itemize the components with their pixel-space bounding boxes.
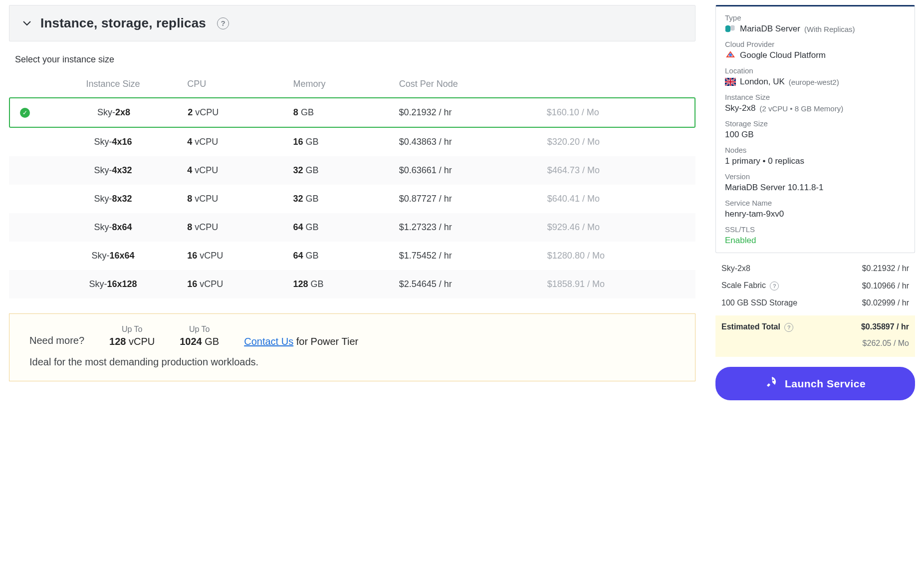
section-title: Instance, storage, replicas (40, 15, 206, 31)
summary-nodes-value: 1 primary • 0 replicas (725, 156, 804, 166)
price-line-value: $0.02999 / hr (862, 298, 909, 307)
price-line: Scale Fabric ? $0.10966 / hr (721, 277, 909, 294)
need-more-label: Need more? (29, 335, 84, 347)
row-mem-num: 8 (293, 107, 298, 117)
summary-provider-label: Cloud Provider (725, 40, 906, 48)
header-size: Instance Size (39, 79, 187, 89)
row-hourly: $2.54645 / hr (399, 279, 547, 289)
svg-point-12 (772, 379, 774, 381)
row-hourly: $1.75452 / hr (399, 251, 547, 261)
row-cpu-num: 16 (187, 279, 197, 289)
summary-location-sub: (europe-west2) (789, 78, 839, 86)
row-name-bold: 8x32 (112, 194, 132, 204)
row-cpu-num: 8 (187, 222, 192, 232)
row-cpu-unit: vCPU (195, 107, 219, 117)
price-line-value: $0.10966 / hr (862, 282, 909, 290)
row-mem-num: 32 (293, 194, 303, 204)
summary-card: Type MariaDB Server (With Replicas) Clou… (715, 5, 915, 253)
summary-location-value: London, UK (740, 77, 785, 87)
instance-row[interactable]: Sky-4x32 4 vCPU 32 GB $0.63661 / hr $464… (9, 156, 695, 185)
need-more-mem-unit: GB (205, 336, 219, 347)
total-monthly: $262.05 / Mo (721, 339, 909, 348)
row-name-bold: 2x8 (115, 107, 130, 117)
up-to-label-mem: Up To (180, 325, 219, 334)
row-cpu-num: 2 (188, 107, 193, 117)
svg-point-5 (730, 28, 734, 30)
row-mem-num: 32 (293, 165, 303, 175)
row-mem-unit: GB (310, 279, 323, 289)
row-monthly: $1280.80 / Mo (547, 251, 695, 261)
need-more-cpu-unit: vCPU (129, 336, 155, 347)
instance-row[interactable]: Sky-16x64 16 vCPU 64 GB $1.75452 / hr $1… (9, 242, 695, 270)
row-monthly: $464.73 / Mo (547, 165, 695, 176)
table-header: Instance Size CPU Memory Cost Per Node (9, 74, 695, 97)
uk-flag-icon (725, 77, 736, 86)
row-cpu-unit: vCPU (200, 251, 223, 261)
price-line-label: Sky-2x8 (721, 264, 750, 273)
summary-ssl-label: SSL/TLS (725, 225, 906, 234)
row-cpu-num: 4 (187, 137, 192, 147)
row-monthly: $1858.91 / Mo (547, 279, 695, 289)
row-cpu-unit: vCPU (195, 165, 218, 175)
launch-service-button[interactable]: Launch Service (715, 367, 915, 400)
help-icon[interactable]: ? (217, 17, 229, 29)
instance-row[interactable]: ✓ Sky-2x8 2 vCPU 8 GB $0.21932 / hr $160… (9, 97, 695, 128)
svg-point-2 (725, 29, 730, 32)
instance-row[interactable]: Sky-8x32 8 vCPU 32 GB $0.87727 / hr $640… (9, 185, 695, 213)
summary-service-label: Service Name (725, 199, 906, 207)
summary-nodes-label: Nodes (725, 146, 906, 154)
row-name-bold: 16x64 (110, 251, 135, 261)
row-name-pre: Sky- (89, 279, 107, 289)
row-monthly: $929.46 / Mo (547, 222, 695, 233)
row-cpu-num: 8 (187, 194, 192, 204)
contact-us-suffix: for Power Tier (293, 336, 358, 347)
row-cpu-num: 4 (187, 165, 192, 175)
need-more-box: Need more? Up To 128 vCPU Up To 1024 GB … (9, 313, 695, 381)
price-line-label: Scale Fabric (721, 281, 766, 289)
instance-row[interactable]: Sky-4x16 4 vCPU 16 GB $0.43863 / hr $320… (9, 128, 695, 156)
section-subtitle: Select your instance size (15, 54, 695, 65)
up-to-label-cpu: Up To (109, 325, 155, 334)
summary-instance-sub: (2 vCPU • 8 GB Memory) (759, 104, 843, 113)
instance-row[interactable]: Sky-16x128 16 vCPU 128 GB $2.54645 / hr … (9, 270, 695, 298)
row-mem-unit: GB (305, 137, 318, 147)
row-mem-unit: GB (305, 251, 318, 261)
row-name-pre: Sky- (94, 222, 112, 232)
gcp-icon (725, 51, 736, 60)
summary-storage-value: 100 GB (725, 130, 754, 140)
section-header[interactable]: Instance, storage, replicas ? (9, 5, 695, 41)
row-mem-num: 64 (293, 251, 303, 261)
price-line: 100 GB SSD Storage $0.02999 / hr (721, 294, 909, 311)
need-more-cpu-num: 128 (109, 336, 126, 347)
row-hourly: $0.63661 / hr (399, 165, 547, 176)
summary-service-value: henry-tam-9xv0 (725, 209, 784, 219)
svg-rect-11 (725, 81, 736, 82)
row-name-pre: Sky- (97, 107, 115, 117)
row-name-pre: Sky- (94, 194, 112, 204)
row-name-bold: 8x64 (112, 222, 132, 232)
row-hourly: $1.27323 / hr (399, 222, 547, 233)
row-cpu-unit: vCPU (195, 194, 218, 204)
row-mem-unit: GB (305, 222, 318, 232)
need-more-mem-num: 1024 (180, 336, 202, 347)
svg-point-6 (729, 53, 732, 56)
row-name-bold: 4x32 (112, 165, 132, 175)
row-cpu-unit: vCPU (195, 222, 218, 232)
row-hourly: $0.21932 / hr (399, 107, 546, 118)
row-name-pre: Sky- (92, 251, 110, 261)
price-line: Sky-2x8 $0.21932 / hr (721, 260, 909, 277)
instance-table: Instance Size CPU Memory Cost Per Node ✓… (9, 74, 695, 298)
row-hourly: $0.43863 / hr (399, 137, 547, 147)
row-cpu-unit: vCPU (200, 279, 223, 289)
contact-us-link[interactable]: Contact Us (244, 336, 293, 347)
row-name-pre: Sky- (94, 137, 112, 147)
need-more-bottom: Ideal for the most demanding production … (29, 356, 675, 368)
instance-row[interactable]: Sky-8x64 8 vCPU 64 GB $1.27323 / hr $929… (9, 213, 695, 242)
header-cpu: CPU (187, 79, 293, 89)
help-icon[interactable]: ? (770, 282, 779, 290)
summary-instance-value: Sky-2x8 (725, 103, 755, 113)
check-icon: ✓ (20, 108, 30, 118)
help-icon[interactable]: ? (784, 323, 793, 332)
row-cpu-num: 16 (187, 251, 197, 261)
estimated-total: Estimated Total ? $0.35897 / hr $262.05 … (715, 315, 915, 357)
